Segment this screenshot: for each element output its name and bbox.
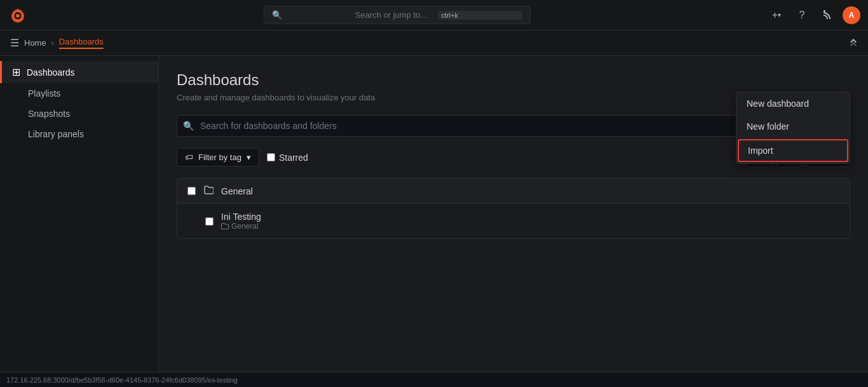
breadcrumb-current: Dashboards <box>59 37 104 49</box>
folder-row-general[interactable]: General <box>177 179 850 204</box>
folder-icon <box>203 185 214 197</box>
starred-label: Starred <box>279 153 308 163</box>
search-shortcut: ctrl+k <box>438 11 522 20</box>
dropdown-import[interactable]: Import <box>738 139 848 162</box>
sidebar-item-library-panels-label: Library panels <box>28 129 84 139</box>
breadcrumb-separator: › <box>51 39 54 48</box>
dashboards-icon: ⊞ <box>12 66 20 78</box>
sidebar-item-dashboards-label: Dashboards <box>27 67 75 78</box>
sidebar-item-dashboards[interactable]: ⊞ Dashboards <box>0 61 158 83</box>
search-box[interactable]: 🔍 Search or jump to... ctrl+k <box>264 6 531 24</box>
dashboard-search-icon: 🔍 <box>183 121 194 131</box>
dashboard-info: Ini Testing General <box>221 212 261 231</box>
filter-by-tag-label: Filter by tag <box>198 153 241 162</box>
search-placeholder: Search or jump to... <box>355 10 433 20</box>
search-icon: 🔍 <box>272 10 350 20</box>
folder-checkbox[interactable] <box>187 187 196 195</box>
help-button[interactable]: ? <box>792 5 812 25</box>
add-button[interactable]: + ▾ <box>766 5 787 25</box>
grafana-logo[interactable] <box>8 5 28 25</box>
tag-icon: 🏷 <box>185 153 193 162</box>
filter-by-tag[interactable]: 🏷 Filter by tag ▾ <box>177 148 259 166</box>
dropdown-new-dashboard[interactable]: New dashboard <box>736 92 850 115</box>
dashboard-search-wrap: 🔍 <box>177 115 796 137</box>
svg-rect-7 <box>824 10 825 12</box>
breadcrumb: ☰ Home › Dashboards <box>0 31 868 56</box>
status-url: 172.16.225.68:3000/d/be5b3f56-d60e-4145-… <box>6 376 238 384</box>
sidebar-item-playlists-label: Playlists <box>28 88 60 98</box>
starred-checkbox[interactable] <box>267 153 275 161</box>
sidebar-item-playlists[interactable]: Playlists <box>0 83 158 104</box>
sidebar-item-snapshots[interactable]: Snapshots <box>0 104 158 124</box>
dropdown-menu: New dashboard New folder Import <box>736 92 850 164</box>
starred-filter[interactable]: Starred <box>267 153 308 163</box>
main-layout: ⊞ Dashboards Playlists Snapshots Library… <box>0 56 868 387</box>
topbar: 🔍 Search or jump to... ctrl+k + ▾ ? A <box>0 0 868 31</box>
sidebar: ⊞ Dashboards Playlists Snapshots Library… <box>0 56 159 387</box>
table-row[interactable]: Ini Testing General <box>177 204 850 238</box>
menu-toggle-icon[interactable]: ☰ <box>10 37 19 49</box>
breadcrumb-home[interactable]: Home <box>24 38 46 48</box>
folder-name: General <box>221 186 253 196</box>
dashboard-folder: General <box>221 222 261 231</box>
sidebar-item-snapshots-label: Snapshots <box>28 109 70 119</box>
topbar-actions: + ▾ ? A <box>766 5 860 25</box>
dashboard-search-input[interactable] <box>177 115 796 137</box>
filter-tag-caret: ▾ <box>247 153 251 162</box>
dashboard-checkbox[interactable] <box>205 217 214 226</box>
breadcrumb-collapse-icon[interactable] <box>849 37 858 48</box>
sidebar-item-library-panels[interactable]: Library panels <box>0 124 158 144</box>
question-icon: ? <box>799 10 805 21</box>
rss-icon <box>822 9 832 21</box>
dashboard-list: General Ini Testing General <box>177 178 850 239</box>
feed-button[interactable] <box>817 5 837 25</box>
dashboard-title: Ini Testing <box>221 212 261 222</box>
chevron-down-icon: ▾ <box>778 11 781 18</box>
page-title: Dashboards <box>177 71 850 89</box>
plus-icon: + <box>772 10 778 21</box>
avatar-initials: A <box>849 11 855 20</box>
avatar[interactable]: A <box>843 6 860 24</box>
dropdown-new-folder[interactable]: New folder <box>736 115 850 138</box>
content-area: Dashboards Create and manage dashboards … <box>159 56 868 387</box>
dashboard-folder-name: General <box>231 222 259 231</box>
statusbar: 172.16.225.68:3000/d/be5b3f56-d60e-4145-… <box>0 372 868 387</box>
topbar-search-area: 🔍 Search or jump to... ctrl+k <box>33 6 761 24</box>
svg-point-2 <box>16 13 20 17</box>
